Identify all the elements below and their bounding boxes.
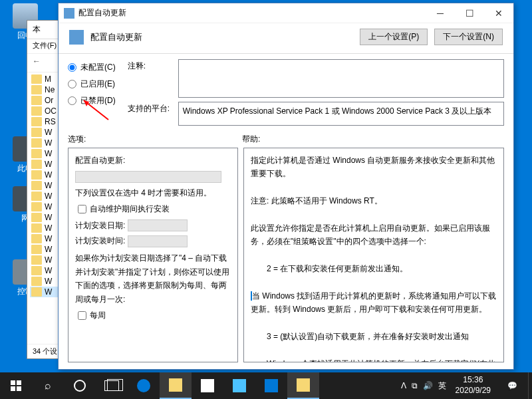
next-setting-button[interactable]: 下一个设置(N)	[434, 29, 503, 45]
options-title: 配置自动更新:	[75, 154, 231, 167]
radio-not-configured-input[interactable]	[68, 63, 76, 72]
radio-disabled-label: 已禁用(D)	[80, 95, 116, 106]
radio-disabled-input[interactable]	[68, 96, 76, 105]
gpo-dialog: 配置自动更新 ─ ☐ ✕ 配置自动更新 上一个设置(P) 下一个设置(N) 未配…	[58, 3, 514, 370]
search-icon: ⌕	[45, 380, 51, 392]
radio-enabled-label: 已启用(E)	[80, 78, 115, 90]
minimize-button[interactable]: ─	[426, 3, 455, 23]
chk-weekly[interactable]: 每周	[78, 309, 231, 322]
comment-box[interactable]	[178, 59, 504, 98]
window-icon	[64, 8, 74, 19]
taskview-button[interactable]	[96, 372, 128, 399]
svg-rect-2	[11, 380, 15, 385]
taskview-icon	[104, 380, 119, 391]
notepad-icon	[297, 378, 310, 392]
lbl-install-time: 计划安装时间:	[75, 236, 125, 245]
help-p7: Windows 会查找适用于此计算机的更新，并在后台下载它们(在此	[251, 357, 497, 362]
notifications-button[interactable]: 💬	[496, 372, 528, 399]
taskbar-store[interactable]	[192, 372, 223, 399]
clock-time: 15:36	[456, 375, 491, 386]
taskbar-clock[interactable]: 15:36 2020/9/29	[450, 375, 496, 396]
help-p2: 注意: 此策略不适用于 Windows RT。	[251, 194, 497, 207]
search-button[interactable]: ⌕	[32, 372, 64, 399]
taskbar: ⌕ ᐱ ⧉ 🔊 英 15:36 2020/9/29 💬	[0, 372, 532, 399]
taskbar-edge[interactable]	[128, 372, 160, 399]
options-section-label: 选项:	[68, 134, 234, 145]
chk-maintenance[interactable]: 自动维护期间执行安装	[78, 202, 231, 215]
install-time-dropdown[interactable]	[128, 235, 188, 247]
lbl-install-day: 计划安装日期:	[75, 221, 125, 230]
options-panel[interactable]: 配置自动更新: 下列设置仅在选中 4 时才需要和适用。 自动维护期间执行安装 计…	[68, 148, 238, 362]
header-icon	[69, 30, 84, 45]
update-mode-dropdown[interactable]	[75, 171, 221, 183]
radio-not-configured[interactable]: 未配置(C)	[68, 62, 116, 73]
comment-label: 注释:	[128, 59, 173, 98]
nav-back-icon[interactable]: ←	[33, 57, 41, 69]
show-desktop-button[interactable]	[528, 372, 532, 399]
radio-disabled[interactable]: 已禁用(D)	[68, 95, 116, 106]
cortana-icon	[74, 380, 86, 392]
help-p5: 当 Windows 找到适用于此计算机的更新时，系统将通知用户可以下载更新。转到…	[251, 289, 497, 317]
edge-icon	[137, 379, 150, 392]
install-day-dropdown[interactable]	[128, 219, 188, 231]
window-title: 配置自动更新	[78, 7, 426, 19]
titlebar: 配置自动更新 ─ ☐ ✕	[59, 3, 513, 23]
config-area: 未配置(C) 已启用(E) 已禁用(D) 注释: 支持的平台: Wi	[59, 54, 513, 132]
help-p6: 3 = (默认设置)自动下载更新，并在准备好安装时发出通知	[251, 330, 497, 343]
header-area: 配置自动更新 上一个设置(P) 下一个设置(N)	[59, 23, 513, 54]
radio-not-configured-label: 未配置(C)	[80, 62, 116, 73]
platform-label: 支持的平台:	[128, 102, 173, 126]
start-button[interactable]	[0, 372, 32, 399]
svg-rect-5	[17, 386, 21, 391]
svg-rect-3	[17, 380, 21, 385]
options-note: 下列设置仅在选中 4 时才需要和适用。	[75, 186, 231, 200]
store-icon	[201, 379, 214, 392]
taskbar-app1[interactable]	[223, 372, 255, 399]
taskbar-notepad[interactable]	[287, 372, 319, 399]
mail-icon	[265, 379, 278, 392]
help-section-label: 帮助:	[242, 134, 260, 145]
help-panel[interactable]: 指定此计算机是否通过 Windows 自动更新服务来接收安全更新和其他重要下载。…	[243, 148, 504, 362]
folder-icon	[169, 378, 182, 392]
radio-group: 未配置(C) 已启用(E) 已禁用(D)	[68, 59, 116, 126]
taskbar-mail[interactable]	[255, 372, 287, 399]
prev-setting-button[interactable]: 上一个设置(P)	[360, 29, 428, 45]
help-p1: 指定此计算机是否通过 Windows 自动更新服务来接收安全更新和其他重要下载。	[251, 154, 497, 181]
cortana-button[interactable]	[64, 372, 96, 399]
app-icon	[233, 379, 246, 392]
tray-network-icon[interactable]: ⧉	[412, 381, 418, 390]
options-paragraph: 如果你为计划安装日期选择了"4 – 自动下载并计划安装"并指定了计划，则你还可以…	[75, 251, 231, 306]
taskbar-explorer[interactable]	[160, 372, 192, 399]
tray-ime[interactable]: 英	[438, 380, 446, 392]
header-title: 配置自动更新	[90, 31, 353, 43]
info-column: 注释: 支持的平台: Windows XP Professional Servi…	[128, 59, 504, 126]
notification-icon: 💬	[507, 381, 517, 390]
windows-icon	[11, 380, 21, 391]
tray-volume-icon[interactable]: 🔊	[423, 381, 433, 390]
close-button[interactable]: ✕	[484, 3, 513, 23]
clock-date: 2020/9/29	[456, 386, 491, 396]
radio-enabled-input[interactable]	[68, 80, 76, 88]
radio-enabled[interactable]: 已启用(E)	[68, 78, 116, 90]
svg-rect-4	[11, 386, 15, 391]
tray-chevron-icon[interactable]: ᐱ	[401, 381, 406, 390]
help-p4: 2 = 在下载和安装任何更新前发出通知。	[251, 262, 497, 275]
platform-box: Windows XP Professional Service Pack 1 或…	[178, 102, 504, 126]
maximize-button[interactable]: ☐	[455, 3, 484, 23]
system-tray[interactable]: ᐱ ⧉ 🔊 英	[397, 380, 450, 392]
help-p3: 此设置允许你指定是否在此计算机上启用自动更新。如果已启用该服务，必须在"组策略设…	[251, 221, 497, 249]
